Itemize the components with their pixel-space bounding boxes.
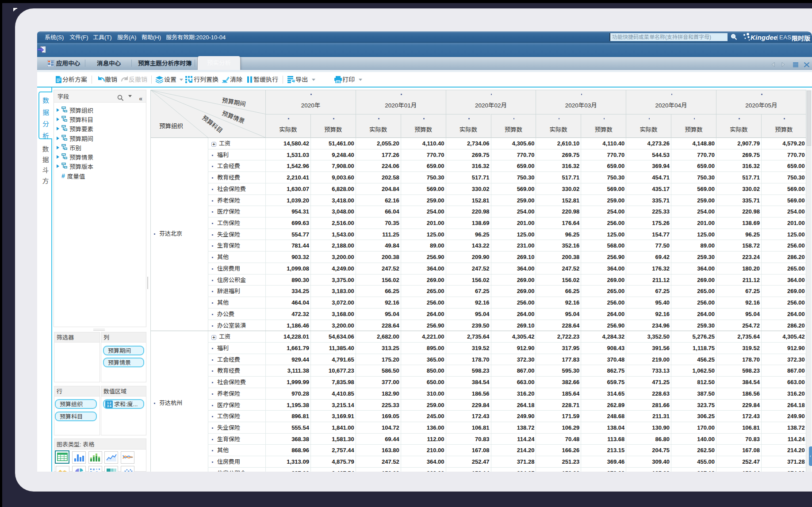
svg-text:3 4: 3 4	[107, 404, 111, 408]
svg-text:1 2: 1 2	[107, 401, 111, 404]
